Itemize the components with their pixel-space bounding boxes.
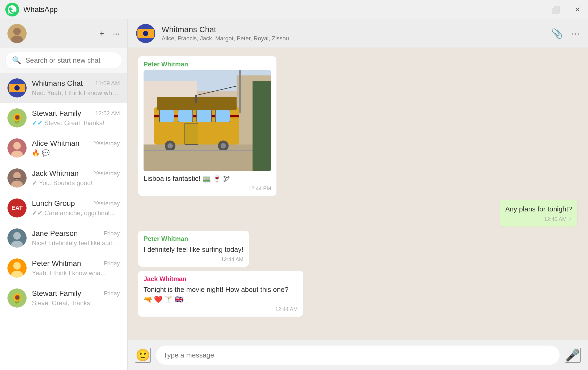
chat-item-stewart-family-2[interactable]: 🌻 Stewart Family Friday Steve: Great, th… [0,283,127,313]
chat-time: Yesterday [94,200,120,207]
svg-point-6 [14,85,20,91]
attachment-icon[interactable]: 📎 [551,28,563,39]
chat-header-name: Whitmans Chat [162,25,545,34]
chat-avatar [7,168,27,188]
msg-time: 12:40 AM ✓ [505,216,572,222]
chat-name-row: Alice Whitman Yesterday [32,139,120,148]
chat-time: Friday [104,260,120,267]
chat-preview: 🔥 💬 [32,149,120,157]
msg-time: 12:44 PM [144,185,271,192]
svg-rect-47 [253,81,271,171]
search-icon: 🔍 [12,56,21,65]
emoji-button[interactable]: 🙂 [135,348,151,363]
chat-item-jack-whitman[interactable]: Jack Whitman Yesterday ✔ You: Sounds goo… [0,163,127,193]
chat-avatar [7,228,27,248]
svg-point-2 [13,28,21,35]
chat-name: Peter Whitman [32,259,81,268]
chat-name: Whitmans Chat [32,79,83,88]
message-input[interactable] [156,346,560,365]
chat-info: Jane Pearson Friday Nice! I definitely f… [32,229,120,247]
chat-name: Alice Whitman [32,139,79,148]
msg-sender: Peter Whitman [144,61,271,68]
msg-time: 12:44 AM [144,256,243,262]
chat-time: Friday [104,290,120,297]
msg-text: Any plans for tonight? [505,204,572,214]
chat-area: Whitmans Chat Alice, Francis, Jack, Marg… [128,19,588,370]
chat-header-avatar[interactable] [136,24,155,43]
chat-item-whitmans-chat[interactable]: Whitmans Chat 11:09 AM Ned: Yeah, I thin… [0,73,127,103]
msg-image [144,70,271,171]
message-2: Any plans for tonight? 12:40 AM ✓ [500,200,578,226]
svg-rect-37 [197,110,211,122]
svg-rect-45 [239,70,241,113]
svg-point-41 [167,143,173,148]
search-box: 🔍 [0,48,127,73]
msg-sender: Peter Whitman [144,235,243,243]
chat-header-actions: 📎 ··· [551,28,579,39]
chat-name-row: Jack Whitman Yesterday [32,169,120,178]
chat-name: Jack Whitman [32,169,79,178]
chat-info: Stewart Family 12:52 AM ✔✔ Steve: Great,… [32,109,120,127]
menu-icon[interactable]: ··· [113,29,120,39]
chat-info: Jack Whitman Yesterday ✔ You: Sounds goo… [32,169,120,187]
svg-rect-15 [14,178,20,179]
chat-list: Whitmans Chat 11:09 AM Ned: Yeah, I thin… [0,73,127,370]
window-controls: — ⬜ ✕ [527,3,583,16]
search-input-wrap: 🔍 [5,52,122,69]
chat-preview: ✔✔ Steve: Great, thanks! [32,119,120,127]
chat-time: 11:09 AM [95,80,120,87]
chat-info: Alice Whitman Yesterday 🔥 💬 [32,139,120,157]
chat-avatar: 🌻 [7,108,27,127]
svg-rect-35 [159,110,174,122]
chat-menu-icon[interactable]: ··· [572,28,579,39]
svg-text:🌻: 🌻 [11,293,23,304]
user-avatar[interactable] [7,24,27,43]
message-input-bar: 🙂 🎤 [128,340,588,370]
svg-rect-48 [195,95,197,103]
chat-preview: Yeah, I think I know wha... [32,269,120,277]
chat-name-row: Stewart Family 12:52 AM [32,109,120,118]
svg-point-26 [143,31,148,36]
microphone-button[interactable]: 🎤 [565,348,581,363]
chat-item-stewart-family[interactable]: 🌻 Stewart Family 12:52 AM ✔✔ Steve: Grea… [0,103,127,133]
chat-time: Yesterday [94,140,120,147]
chat-name-row: Jane Pearson Friday [32,229,120,238]
main-layout: + ··· 🔍 [0,19,588,370]
minimize-button[interactable]: — [527,3,539,16]
search-input[interactable] [26,56,115,65]
chat-avatar [7,78,27,97]
chat-item-lunch-group[interactable]: EAT Lunch Group Yesterday ✔✔ Care amiche… [0,193,127,223]
svg-rect-36 [178,110,193,122]
chat-header-info: Whitmans Chat Alice, Francis, Jack, Marg… [162,25,545,42]
svg-point-10 [13,142,21,150]
close-button[interactable]: ✕ [573,3,583,16]
chat-item-jane-pearson[interactable]: Jane Pearson Friday Nice! I definitely f… [0,223,127,253]
chat-avatar [7,138,27,158]
new-chat-icon[interactable]: + [99,29,104,39]
svg-point-20 [13,262,21,270]
chat-name-row: Peter Whitman Friday [32,259,120,268]
chat-name: Lunch Group [32,199,75,208]
app-title: WhatsApp [23,5,527,14]
msg-sender: Jack Whitman [144,275,298,283]
chat-preview: Ned: Yeah, I think I know wha... [32,89,120,97]
messages-area: Peter Whitman [128,48,588,340]
chat-item-peter-whitman[interactable]: Peter Whitman Friday Yeah, I think I kno… [0,253,127,283]
message-3: Peter Whitman I definitely feel like sur… [138,231,249,267]
message-4: Jack Whitman Tonight is the movie night!… [138,271,303,317]
chat-item-alice-whitman[interactable]: Alice Whitman Yesterday 🔥 💬 [0,133,127,163]
maximize-button[interactable]: ⬜ [549,3,562,16]
msg-time: 12:44 AM [144,306,298,312]
chat-name: Jane Pearson [32,229,78,238]
chat-avatar: 🌻 [7,288,27,308]
chat-time: Friday [104,230,120,237]
svg-point-17 [13,232,21,240]
chat-info: Stewart Family Friday Steve: Great, than… [32,289,120,307]
chat-time: 12:52 AM [95,110,120,117]
sidebar: + ··· 🔍 [0,19,128,370]
svg-point-43 [221,143,226,148]
chat-preview: ✔✔ Care amiche, oggi finalmente posso [32,209,120,217]
chat-avatar: EAT [7,198,27,218]
chat-name-row: Stewart Family Friday [32,289,120,298]
chat-preview: ✔ You: Sounds good! [32,179,120,187]
